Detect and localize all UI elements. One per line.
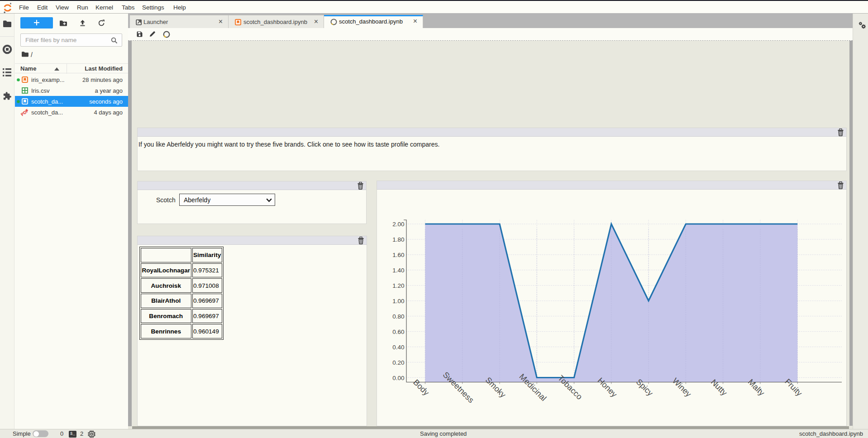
svg-text:0.80: 0.80 bbox=[392, 313, 404, 320]
svg-text:1.80: 1.80 bbox=[392, 236, 404, 243]
svg-text:0.20: 0.20 bbox=[392, 359, 404, 366]
svg-text:1.20: 1.20 bbox=[392, 282, 404, 289]
svg-text:1.00: 1.00 bbox=[392, 298, 404, 305]
svg-text:0.40: 0.40 bbox=[392, 344, 404, 351]
svg-text:1.60: 1.60 bbox=[392, 252, 404, 258]
svg-text:2.00: 2.00 bbox=[392, 221, 404, 228]
svg-text:1.40: 1.40 bbox=[392, 267, 404, 274]
svg-text:0.60: 0.60 bbox=[392, 328, 404, 335]
svg-text:PDF: PDF bbox=[20, 109, 29, 116]
svg-text:0.00: 0.00 bbox=[392, 375, 404, 381]
